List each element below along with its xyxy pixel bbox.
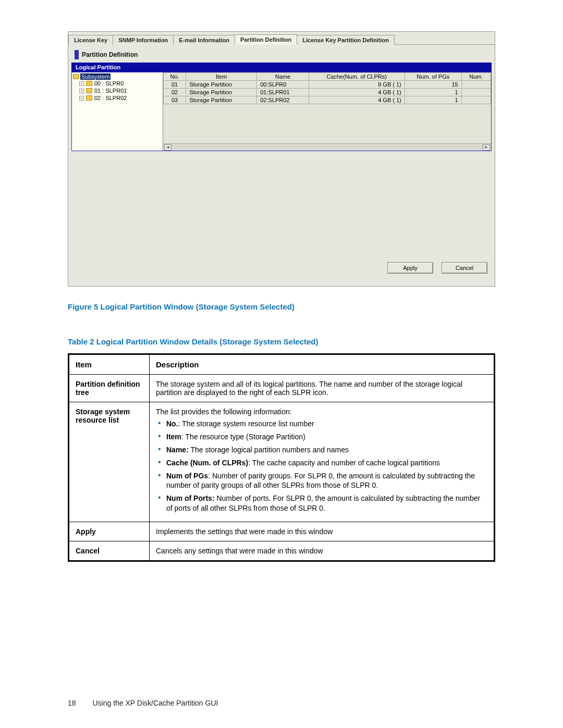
panel-title: Partition Definition (82, 51, 138, 58)
grid-header[interactable]: Cache(Num. of CLPRs) (309, 73, 405, 81)
tree-root-label: Subsystem (80, 73, 111, 80)
expand-icon[interactable]: + (79, 89, 84, 93)
list-item: Name: The storage logical partition numb… (156, 445, 487, 455)
table-caption: Table 2 Logical Partition Window Details… (68, 337, 495, 346)
grid-header[interactable]: Num. (461, 73, 491, 81)
tab-snmp-information[interactable]: SNMP Information (113, 35, 174, 45)
tab-license-key-partition-definition[interactable]: License Key Partition Definition (297, 35, 395, 45)
tree-item-label: 02 : SLPR02 (94, 94, 127, 102)
grid-cell: 02 (164, 89, 186, 96)
cancel-button[interactable]: Cancel (442, 262, 487, 274)
table-row: Storage system resource listThe list pro… (69, 402, 495, 522)
tree-item-label: 01 : SLPR01 (94, 87, 127, 94)
grid-cell: 15 (405, 81, 461, 89)
resource-grid[interactable]: No.ItemNameCache(Num. of CLPRs)Num. of P… (163, 72, 491, 151)
detail-item-label: Cancel (69, 541, 150, 561)
grid-cell: 8 GB ( 1) (309, 81, 405, 89)
grid-cell: 02:SLPR02 (257, 96, 309, 104)
grid-cell (461, 81, 491, 89)
grid-cell: 03 (164, 96, 186, 104)
grid-cell: 01 (164, 81, 186, 89)
table-row[interactable]: 02Storage Partition01:SLPR014 GB ( 1)1 (164, 89, 491, 96)
detail-item-label: Storage system resource list (69, 402, 150, 522)
table-row[interactable]: 01Storage Partition00:SLPR08 GB ( 1)15 (164, 81, 491, 89)
detail-item-description: Implements the settings that were made i… (150, 522, 495, 541)
page-number: 18 (68, 699, 76, 707)
running-title: Using the XP Disk/Cache Partition GUI (92, 699, 218, 707)
folder-icon (86, 81, 92, 86)
grid-cell: Storage Partition (186, 96, 257, 104)
list-item: No.: The storage system resource list nu… (156, 419, 487, 429)
tree-item[interactable]: +00 : SLPR0 (73, 80, 162, 87)
detail-item-label: Partition definition tree (69, 375, 150, 402)
details-table: Item Description Partition definition tr… (68, 353, 495, 562)
grid-header[interactable]: No. (164, 73, 186, 81)
grid-header[interactable]: Name (257, 73, 309, 81)
folder-icon (86, 88, 92, 93)
detail-item-description: The list provides the following informat… (150, 402, 495, 522)
col-header-description: Description (150, 354, 495, 375)
col-header-item: Item (69, 354, 150, 375)
grid-cell: 4 GB ( 1) (309, 89, 405, 96)
apply-button[interactable]: Apply (387, 262, 433, 274)
grid-header[interactable]: Num. of PGs (405, 73, 461, 81)
folder-icon (86, 95, 92, 101)
page-footer: 18 Using the XP Disk/Cache Partition GUI (68, 699, 218, 707)
table-row[interactable]: 03Storage Partition02:SLPR024 GB ( 1)1 (164, 96, 491, 104)
list-item: Num of Ports: Number of ports. For SLPR … (156, 493, 487, 513)
tab-bar: License KeySNMP InformationE-mail Inform… (68, 32, 495, 44)
list-item: Cache (Num. of CLPRs): The cache capacit… (156, 458, 487, 468)
scroll-left-icon[interactable]: ◄ (164, 144, 172, 151)
horizontal-scrollbar[interactable]: ◄ ► (163, 143, 491, 151)
app-panel: License KeySNMP InformationE-mail Inform… (68, 31, 495, 287)
tab-license-key[interactable]: License Key (68, 35, 113, 45)
detail-item-description: The storage system and all of its logica… (150, 375, 495, 402)
figure-caption: Figure 5 Logical Partition Window (Stora… (68, 302, 495, 311)
grid-header[interactable]: Item (186, 73, 257, 81)
tab-partition-definition[interactable]: Partition Definition (235, 34, 297, 45)
resource-table: No.ItemNameCache(Num. of CLPRs)Num. of P… (163, 72, 491, 104)
panel-title-accent (75, 50, 79, 59)
grid-cell: 00:SLPR0 (257, 81, 309, 89)
detail-item-label: Apply (69, 522, 150, 541)
table-row: CancelCancels any settings that were mad… (69, 541, 495, 561)
table-row: Partition definition treeThe storage sys… (69, 375, 495, 402)
table-row: ApplyImplements the settings that were m… (69, 522, 495, 541)
scroll-right-icon[interactable]: ► (483, 144, 490, 151)
grid-cell: 1 (405, 89, 461, 96)
tree-item[interactable]: +02 : SLPR02 (73, 94, 162, 102)
tab-e-mail-information[interactable]: E-mail Information (173, 35, 235, 45)
grid-cell: Storage Partition (186, 81, 257, 89)
tree-item[interactable]: +01 : SLPR01 (73, 87, 162, 94)
section-header-logical-partition: Logical Partition (71, 63, 492, 72)
partition-tree[interactable]: Subsystem +00 : SLPR0+01 : SLPR01+02 : S… (72, 72, 163, 151)
detail-item-description: Cancels any settings that were made in t… (150, 541, 495, 561)
grid-cell (461, 89, 491, 96)
expand-icon[interactable]: + (79, 81, 84, 86)
list-item: Item: The resource type (Storage Partiti… (156, 432, 487, 442)
grid-cell: 01:SLPR01 (257, 89, 309, 96)
tree-root-subsystem[interactable]: Subsystem (73, 73, 162, 80)
grid-cell: 1 (405, 96, 461, 104)
tree-item-label: 00 : SLPR0 (94, 80, 124, 87)
list-item: Num of PGs: Number of parity groups. For… (156, 471, 487, 491)
folder-icon (73, 74, 79, 79)
grid-cell: 4 GB ( 1) (309, 96, 405, 104)
grid-cell (461, 96, 491, 104)
expand-icon[interactable]: + (79, 96, 84, 101)
grid-cell: Storage Partition (186, 89, 257, 96)
